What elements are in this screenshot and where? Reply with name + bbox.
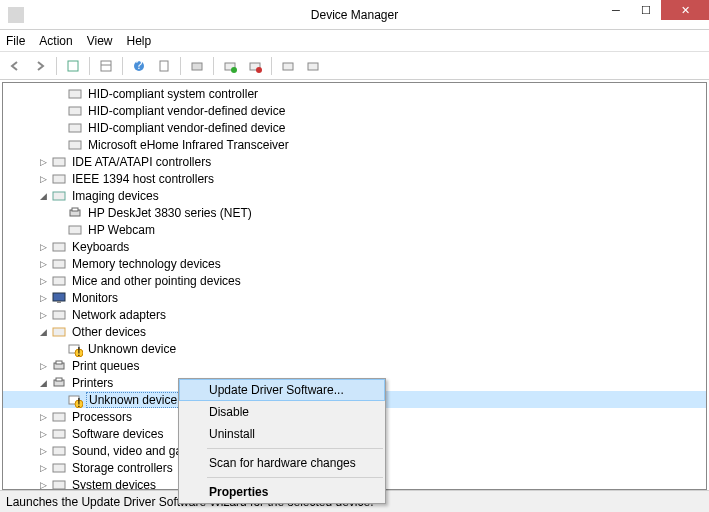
menu-action[interactable]: Action [39,34,72,48]
tree-node[interactable]: ▷Memory technology devices [3,255,706,272]
svg-rect-25 [53,277,65,285]
show-hide-button[interactable] [62,55,84,77]
help-button[interactable]: ? [128,55,150,77]
tree-node-label: IDE ATA/ATAPI controllers [70,155,213,169]
expander-icon[interactable]: ▷ [37,241,49,253]
keyboard-icon [51,239,67,255]
tree-node[interactable]: Microsoft eHome Infrared Transceiver [3,136,706,153]
tree-node[interactable]: ▷Keyboards [3,238,706,255]
tree-node[interactable]: !Unknown device [3,340,706,357]
tree-node[interactable]: ▷IEEE 1394 host controllers [3,170,706,187]
svg-rect-15 [69,124,81,132]
expander-icon[interactable]: ▷ [37,428,49,440]
svg-point-10 [256,67,262,73]
disable-button[interactable] [277,55,299,77]
expander-icon[interactable] [53,343,65,355]
expander-icon[interactable] [53,88,65,100]
expander-icon[interactable]: ▷ [37,258,49,270]
tree-node[interactable]: ◢Imaging devices [3,187,706,204]
tree-node[interactable]: ▷Mice and other pointing devices [3,272,706,289]
expander-icon[interactable]: ▷ [37,292,49,304]
svg-rect-36 [56,378,62,381]
expander-icon[interactable] [53,139,65,151]
svg-rect-44 [53,481,65,489]
svg-rect-11 [283,63,293,70]
svg-rect-14 [69,107,81,115]
svg-rect-19 [53,192,65,200]
expander-icon[interactable] [53,394,65,406]
disk-icon [51,154,67,170]
warn-icon: ! [67,341,83,357]
maximize-button[interactable]: ☐ [631,0,661,20]
tree-node-label: HID-compliant vendor-defined device [86,121,287,135]
svg-rect-5 [160,61,168,71]
svg-rect-43 [53,464,65,472]
svg-rect-41 [53,430,65,438]
svg-rect-18 [53,175,65,183]
system-icon [51,477,67,490]
expander-icon[interactable]: ▷ [37,411,49,423]
tree-node[interactable]: ▷Print queues [3,357,706,374]
expander-icon[interactable] [53,122,65,134]
minimize-button[interactable]: ─ [601,0,631,20]
svg-rect-21 [72,208,78,211]
tree-node[interactable]: ▷IDE ATA/ATAPI controllers [3,153,706,170]
svg-text:!: ! [77,395,80,408]
uninstall-button[interactable] [244,55,266,77]
tree-node[interactable]: HID-compliant system controller [3,85,706,102]
tree-node-label: HP Webcam [86,223,157,237]
context-menu-item[interactable]: Uninstall [179,423,385,445]
expander-icon[interactable]: ◢ [37,326,49,338]
camera-icon [67,222,83,238]
tree-node[interactable]: HID-compliant vendor-defined device [3,119,706,136]
expander-icon[interactable] [53,105,65,117]
tree-node-label: IEEE 1394 host controllers [70,172,216,186]
tree-node[interactable]: ◢Other devices [3,323,706,340]
menu-help[interactable]: Help [127,34,152,48]
tree-node-label: HID-compliant vendor-defined device [86,104,287,118]
tree-node-label: Mice and other pointing devices [70,274,243,288]
expander-icon[interactable]: ▷ [37,479,49,490]
titlebar: Device Manager ─ ☐ ✕ [0,0,709,30]
context-menu-item[interactable]: Update Driver Software... [179,379,385,401]
expander-icon[interactable]: ▷ [37,462,49,474]
properties-button[interactable] [153,55,175,77]
view-button[interactable] [95,55,117,77]
svg-rect-24 [53,260,65,268]
enable-button[interactable] [302,55,324,77]
tree-node[interactable]: HP DeskJet 3830 series (NET) [3,204,706,221]
expander-icon[interactable] [53,207,65,219]
scan-button[interactable] [186,55,208,77]
expander-icon[interactable] [53,224,65,236]
context-menu-item[interactable]: Properties [179,481,385,503]
update-driver-button[interactable] [219,55,241,77]
tree-node-label: Printers [70,376,115,390]
menu-view[interactable]: View [87,34,113,48]
svg-rect-40 [53,413,65,421]
expander-icon[interactable]: ▷ [37,309,49,321]
tree-node[interactable]: HID-compliant vendor-defined device [3,102,706,119]
expander-icon[interactable]: ▷ [37,275,49,287]
tree-node[interactable]: ▷Network adapters [3,306,706,323]
context-menu-item[interactable]: Disable [179,401,385,423]
expander-icon[interactable]: ▷ [37,360,49,372]
svg-rect-17 [53,158,65,166]
expander-icon[interactable]: ▷ [37,173,49,185]
expander-icon[interactable]: ◢ [37,190,49,202]
menu-file[interactable]: File [6,34,25,48]
svg-rect-22 [69,226,81,234]
tree-node[interactable]: ▷Monitors [3,289,706,306]
audio-icon [51,443,67,459]
expander-icon[interactable]: ▷ [37,445,49,457]
expander-icon[interactable]: ▷ [37,156,49,168]
expander-icon[interactable]: ◢ [37,377,49,389]
close-button[interactable]: ✕ [661,0,709,20]
tree-node[interactable]: HP Webcam [3,221,706,238]
printer-icon [51,358,67,374]
context-menu-item[interactable]: Scan for hardware changes [179,452,385,474]
monitor-icon [51,290,67,306]
back-button[interactable] [4,55,26,77]
svg-rect-26 [53,293,65,301]
tree-node-label: Unknown device [86,342,178,356]
forward-button[interactable] [29,55,51,77]
